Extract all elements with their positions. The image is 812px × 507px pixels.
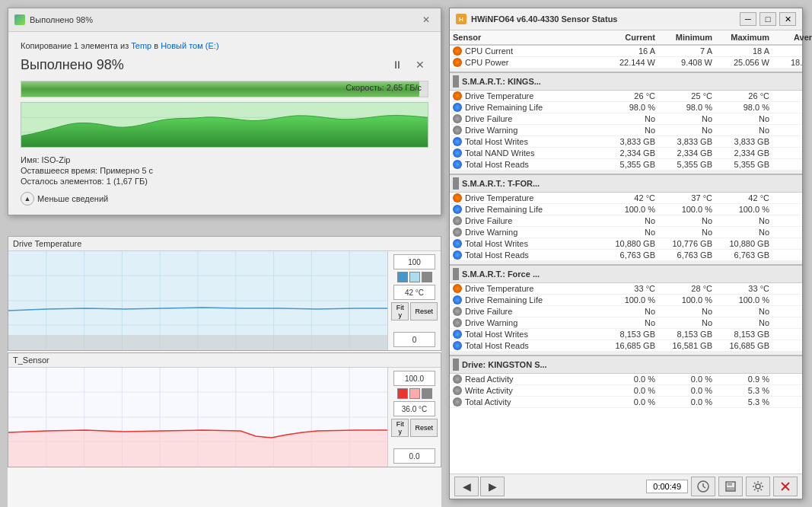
pause-button[interactable]: ⏸ xyxy=(389,56,406,73)
row-icon xyxy=(453,103,462,112)
col-average: Average xyxy=(772,33,812,42)
time-remaining-row: Оставшееся время: Примерно 5 с xyxy=(21,166,428,175)
footer-right: 0:00:49 xyxy=(646,477,798,496)
tsensor-current: 36.0 °C xyxy=(393,401,435,416)
row-icon xyxy=(453,318,462,327)
table-row: Drive Failure No No No xyxy=(450,113,802,125)
file-name-row: Имя: ISO-Zip xyxy=(21,155,428,164)
section-bar xyxy=(453,177,459,190)
row-icon xyxy=(453,58,462,67)
source-link[interactable]: Temp xyxy=(131,41,151,50)
row-icon xyxy=(453,386,462,395)
row-icon xyxy=(453,216,462,225)
table-row: Total Host Reads 5,355 GB 5,355 GB 5,355… xyxy=(450,159,802,171)
row-icon xyxy=(453,239,462,248)
table-header: Sensor Current Minimum Maximum Average xyxy=(450,30,802,46)
drive-temp-graph xyxy=(8,251,387,350)
row-icon xyxy=(453,205,462,214)
table-row: Drive Remaining Life 100.0 % 100.0 % 100… xyxy=(450,204,802,215)
section-bar xyxy=(453,75,459,88)
nav-back-button[interactable]: ◀ xyxy=(454,477,479,496)
titlebar-left: Выполнено 98% xyxy=(14,14,93,25)
clock-icon-button[interactable] xyxy=(691,477,715,496)
table-row: Drive Warning No No No xyxy=(450,317,802,329)
row-icon xyxy=(453,341,462,350)
svg-rect-35 xyxy=(727,487,734,490)
reset-btn[interactable]: Reset xyxy=(410,302,438,320)
section-header: S.M.A.R.T.: KINGS... xyxy=(450,72,802,91)
table-row: Drive Failure No No No xyxy=(450,215,802,227)
drive-temp-max: 100 xyxy=(393,254,435,269)
hwinfo-title-left: H HWiNFO64 v6.40-4330 Sensor Status xyxy=(456,14,617,24)
tsensor-reset-btn[interactable]: Reset xyxy=(410,419,438,437)
section-header-text: S.M.A.R.T.: KINGS... xyxy=(462,77,541,86)
progress-speed: Скорость: 2,65 ГБ/с xyxy=(345,83,422,92)
tsensor-controls: 100.0 36.0 °C Fit y Reset 0.0 xyxy=(387,368,441,467)
chart-btn-row: Fit y Reset xyxy=(391,302,438,320)
row-icon xyxy=(453,307,462,316)
hwinfo-title: HWiNFO64 v6.40-4330 Sensor Status xyxy=(471,14,617,24)
dest-link[interactable]: Новый том (E:) xyxy=(161,41,218,50)
copy-dialog: Выполнено 98% ✕ Копирование 1 элемента и… xyxy=(8,8,441,215)
table-row: Drive Temperature 26 °C 25 °C 26 °C 26 °… xyxy=(450,91,802,102)
minimize-button[interactable]: ─ xyxy=(740,12,756,26)
settings-icon-button[interactable] xyxy=(746,477,770,496)
svg-rect-34 xyxy=(728,482,732,486)
table-row: Total Host Reads 16,685 GB 16,581 GB 16,… xyxy=(450,340,802,352)
row-icon xyxy=(453,46,462,56)
section-header: Drive: KINGSTON S... xyxy=(450,355,802,374)
close-button[interactable]: ✕ xyxy=(779,12,796,26)
hwinfo-titlebar: H HWiNFO64 v6.40-4330 Sensor Status ─ □ … xyxy=(450,8,802,30)
tsensor-min: 0.0 xyxy=(393,448,435,464)
tsensor-graph xyxy=(8,368,387,467)
svg-line-32 xyxy=(703,486,705,488)
dialog-close-button[interactable]: ✕ xyxy=(418,13,435,27)
copy-dialog-body: Копирование 1 элемента из Temp в Новый т… xyxy=(8,32,441,215)
row-icon xyxy=(453,148,462,158)
row-icon xyxy=(453,126,462,135)
footer-time: 0:00:49 xyxy=(646,480,688,493)
hwinfo-footer: ◀ ▶ 0:00:49 xyxy=(450,474,802,499)
table-row: Total Activity 0.0 % 0.0 % 5.3 % 0.9 % xyxy=(450,397,802,408)
fit-btn[interactable]: Fit y xyxy=(391,302,409,320)
table-row: Drive Temperature 33 °C 28 °C 33 °C 31 °… xyxy=(450,283,802,295)
less-details-arrow: ▲ xyxy=(21,192,34,206)
row-icon xyxy=(453,397,462,407)
nav-forward-button[interactable]: ▶ xyxy=(480,477,505,496)
less-details-button[interactable]: ▲ Меньше сведений xyxy=(21,192,428,206)
table-row: Write Activity 0.0 % 0.0 % 5.3 % 0.8 % xyxy=(450,385,802,397)
tsensor-max: 100.0 xyxy=(393,371,435,386)
section-header-text: S.M.A.R.T.: T-FOR... xyxy=(462,179,540,188)
close-button[interactable]: ✕ xyxy=(412,56,428,73)
svg-rect-16 xyxy=(8,335,387,350)
copy-dialog-titlebar: Выполнено 98% ✕ xyxy=(8,8,441,32)
copy-dialog-title: Выполнено 98% xyxy=(30,15,93,24)
color-lightred xyxy=(409,388,420,399)
maximize-button[interactable]: □ xyxy=(759,12,776,26)
save-icon-button[interactable] xyxy=(718,477,743,496)
charts-area: Drive Temperature xyxy=(8,236,441,507)
copy-dialog-icon xyxy=(14,14,25,25)
row-icon xyxy=(453,250,462,260)
hwinfo-window-btns: ─ □ ✕ xyxy=(740,12,796,26)
drive-temp-controls: 100 42 °C Fit y Reset 0 xyxy=(387,251,441,350)
table-row: Drive Remaining Life 98.0 % 98.0 % 98.0 … xyxy=(450,102,802,113)
copy-progress-title: Выполнено 98% ⏸ ✕ xyxy=(21,56,428,73)
table-row: Read Activity 0.0 % 0.0 % 0.9 % 0.2 % xyxy=(450,374,802,385)
hwinfo-icon: H xyxy=(456,14,467,24)
section-header-text: Drive: KINGSTON S... xyxy=(462,360,547,369)
col-current: Current xyxy=(601,33,658,42)
progress-bar-container: Скорость: 2,65 ГБ/с xyxy=(21,81,428,97)
close-icon-button[interactable] xyxy=(773,477,798,496)
table-row: Drive Warning No No No xyxy=(450,125,802,136)
items-left-row: Осталось элементов: 1 (1,67 ГБ) xyxy=(21,177,428,186)
hwinfo-table-body[interactable]: CPU Current 16 A 7 A 18 A 14 A CPU Power… xyxy=(450,46,802,474)
section-header: S.M.A.R.T.: Force ... xyxy=(450,264,802,283)
footer-nav: ◀ ▶ xyxy=(454,477,505,496)
row-icon xyxy=(453,228,462,237)
table-row: Drive Failure No No No xyxy=(450,306,802,317)
progress-graph xyxy=(21,102,428,148)
tsensor-color-boxes xyxy=(397,388,432,399)
tsensor-fit-btn[interactable]: Fit y xyxy=(391,419,409,437)
row-icon xyxy=(453,330,462,339)
